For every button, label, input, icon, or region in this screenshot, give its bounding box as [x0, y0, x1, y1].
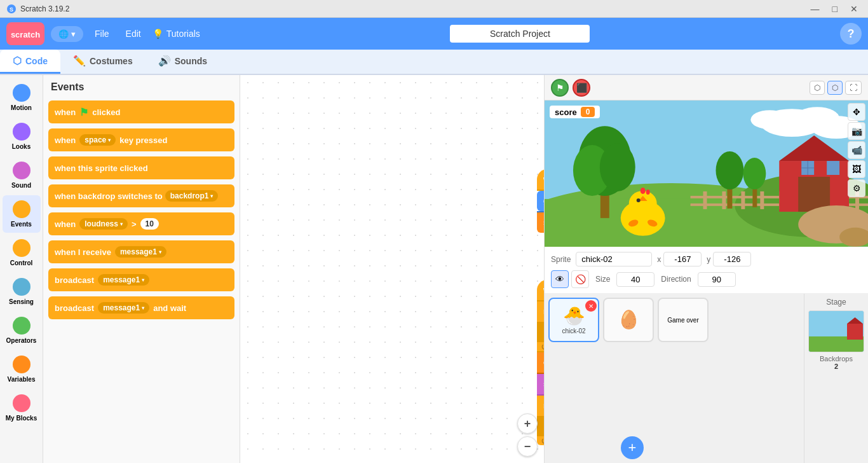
expand-icon[interactable]: ✥ — [848, 103, 865, 121]
sound-circle — [13, 162, 31, 179]
language-button[interactable]: 🌐 ▾ — [51, 26, 83, 42]
settings-icon[interactable]: ⚙ — [848, 179, 865, 197]
green-flag-button[interactable]: ⚑ — [551, 79, 569, 97]
scripting-area[interactable]: when ⚑ clicked go to x: -167 y: -126 set… — [240, 75, 544, 463]
lightbulb-icon: 💡 — [153, 29, 163, 39]
block-broadcast[interactable]: broadcast message1 ▾ — [48, 268, 234, 291]
category-operators[interactable]: Operators — [3, 312, 41, 349]
tabs-row: ⬡ Code ✏️ Costumes 🔊 Sounds — [0, 50, 868, 75]
maximize-button[interactable]: □ — [829, 3, 841, 15]
canvas-when-space[interactable]: when space ▾ key pressed — [537, 280, 544, 300]
size-input[interactable] — [616, 272, 654, 287]
block-when-flag[interactable]: when ⚑ clicked — [48, 100, 234, 123]
help-button[interactable]: ? — [840, 23, 862, 45]
repeat-1-left — [537, 322, 544, 342]
score-label: score — [555, 107, 577, 117]
canvas-repeat-2[interactable]: repeat 10 — [537, 396, 544, 416]
video-icon[interactable]: 📹 — [848, 141, 865, 159]
block-broadcast-wait[interactable]: broadcast message1 ▾ and wait — [48, 296, 234, 319]
chick-thumbnail: 🐣 — [563, 305, 585, 326]
svg-rect-15 — [722, 191, 726, 209]
script-group-1: when ⚑ clicked go to x: -167 y: -126 set… — [537, 169, 544, 233]
category-sound[interactable]: Sound — [3, 156, 41, 194]
repeat-2-left — [537, 416, 544, 436]
sensor-dropdown[interactable]: loudness ▾ — [79, 218, 128, 230]
hide-button[interactable]: 🚫 — [571, 270, 589, 288]
main-area: Motion Looks Sound Events Control Sensin… — [0, 75, 868, 463]
svg-point-28 — [715, 151, 743, 190]
tab-costumes[interactable]: ✏️ Costumes — [60, 50, 146, 74]
file-menu[interactable]: File — [90, 25, 114, 42]
key-dropdown[interactable]: space ▾ — [79, 134, 116, 146]
category-myblocks[interactable]: My Blocks — [3, 389, 41, 427]
large-stage-button[interactable]: ⛶ — [845, 81, 862, 95]
close-button[interactable]: ✕ — [846, 3, 862, 15]
y-input[interactable] — [713, 252, 751, 266]
x-input[interactable] — [663, 252, 702, 266]
svg-text:scratch: scratch — [11, 30, 40, 39]
menubar: scratch 🌐 ▾ File Edit 💡 Tutorials ? — [0, 18, 868, 50]
repeat-2-body: change y by -10 — [537, 416, 544, 436]
canvas-when-flag[interactable]: when ⚑ clicked — [537, 169, 544, 190]
svg-rect-35 — [827, 161, 839, 175]
category-motion[interactable]: Motion — [3, 79, 41, 116]
code-icon: ⬡ — [13, 55, 22, 67]
sprite-delete-chick[interactable]: ✕ — [585, 300, 597, 312]
canvas-goto[interactable]: go to x: -167 y: -126 — [537, 191, 544, 211]
category-looks[interactable]: Looks — [3, 118, 41, 155]
tutorials-button[interactable]: 💡 Tutorials — [153, 29, 200, 39]
block-when-receive[interactable]: when I receive message1 ▾ — [48, 240, 234, 263]
svg-point-46 — [641, 188, 646, 194]
minimize-button[interactable]: — — [807, 3, 824, 15]
zoom-in-button[interactable]: + — [517, 413, 538, 434]
stage-thumbnail[interactable] — [808, 310, 864, 352]
farm-scene — [545, 100, 868, 247]
loudness-value[interactable]: 10 — [140, 218, 159, 230]
tab-code[interactable]: ⬡ Code — [0, 50, 60, 74]
stop-icon: ⬛ — [576, 83, 587, 93]
playback-controls: ⚑ ⬛ — [551, 79, 590, 97]
scratch-logo: scratch — [6, 22, 44, 45]
category-control[interactable]: Control — [3, 234, 41, 272]
small-stage-button[interactable]: ⬡ — [810, 81, 825, 95]
operators-circle — [13, 317, 31, 335]
stage-canvas: score 0 ✥ 📷 📹 🖼 ⚙ — [545, 100, 868, 247]
scripts-canvas[interactable]: when ⚑ clicked go to x: -167 y: -126 set… — [240, 75, 544, 463]
canvas-change-score[interactable]: change score ▾ by 1 — [537, 352, 544, 373]
broadcast-dropdown-1[interactable]: message1 ▾ — [98, 274, 149, 286]
flag-icon-stage: ⚑ — [556, 83, 564, 93]
sprite-thumb-gameover[interactable]: Game over — [658, 298, 709, 342]
camera-icon[interactable]: 📷 — [848, 122, 865, 140]
medium-stage-button[interactable]: ⬡ — [827, 81, 843, 95]
direction-input[interactable] — [698, 272, 736, 287]
block-when-loudness[interactable]: when loudness ▾ > 10 — [48, 212, 234, 235]
canvas-repeat-1[interactable]: repeat 10 — [537, 301, 544, 322]
globe-icon: 🌐 — [58, 29, 69, 39]
svg-rect-16 — [741, 191, 745, 209]
category-events[interactable]: Events — [3, 195, 41, 233]
zoom-out-button[interactable]: − — [517, 436, 538, 457]
block-when-backdrop[interactable]: when backdrop switches to backdrop1 ▾ — [48, 184, 234, 207]
sprite-thumb-chick[interactable]: ✕ 🐣 chick-02 — [548, 298, 599, 342]
backdrop-dropdown[interactable]: backdrop1 ▾ — [165, 190, 219, 202]
broadcast-dropdown-2[interactable]: message1 ▾ — [98, 302, 149, 314]
block-when-sprite-clicked[interactable]: when this sprite clicked — [48, 156, 234, 179]
repeat-1-body: change y by 10 — [537, 322, 544, 342]
sprite-name-input[interactable] — [576, 252, 652, 266]
svg-rect-17 — [760, 191, 764, 209]
app-title: S Scratch 3.19.2 — [6, 4, 69, 14]
category-sensing[interactable]: Sensing — [3, 273, 41, 310]
canvas-set-score[interactable]: set score ▾ to 0 — [537, 212, 544, 233]
show-button[interactable]: 👁 — [551, 270, 569, 288]
block-when-key[interactable]: when space ▾ key pressed — [48, 128, 234, 151]
edit-menu[interactable]: Edit — [121, 25, 146, 42]
stop-button[interactable]: ⬛ — [573, 79, 590, 97]
project-name-input[interactable] — [450, 25, 590, 43]
canvas-start-sound[interactable]: start sound Chirp ▾ — [537, 374, 544, 394]
sprite-thumb-egg[interactable]: 🥚 — [603, 298, 654, 342]
add-sprite-button[interactable]: + — [621, 436, 644, 459]
tab-sounds[interactable]: 🔊 Sounds — [146, 50, 220, 74]
category-variables[interactable]: Variables — [3, 350, 41, 388]
message-dropdown-1[interactable]: message1 ▾ — [115, 246, 166, 258]
image-icon[interactable]: 🖼 — [848, 160, 865, 178]
